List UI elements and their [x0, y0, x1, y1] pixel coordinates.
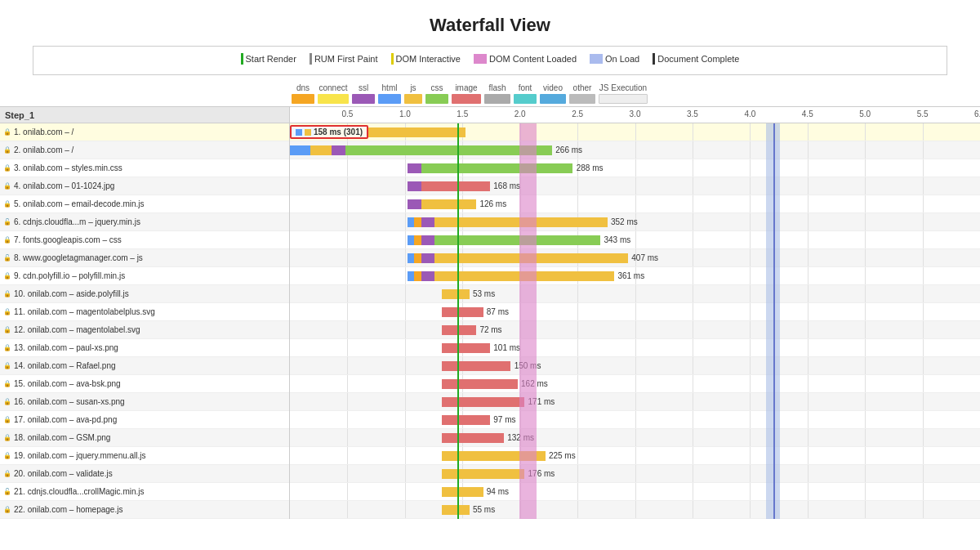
bar-row-17: 97 ms [290, 411, 980, 429]
bar-seg-8-3 [434, 253, 628, 263]
lock-icon-4: 🔒 [3, 182, 11, 190]
tick-5: 5.0 [859, 110, 871, 118]
legend-rum-label: RUM First Paint [314, 54, 378, 64]
bar-row-22: 55 ms [290, 501, 980, 519]
row-label-14: 14. onilab.com – Rafael.png [14, 361, 116, 370]
bar-rows-container: 158 ms (301)266 ms288 ms168 ms126 ms352 … [290, 123, 980, 519]
lock-icon-2: 🔒 [3, 146, 11, 154]
bar-seg-9-3 [434, 271, 614, 281]
lock-icon-6: 🔓 [3, 218, 11, 226]
row-label-6: 6. cdnjs.cloudfla...m – jquery.min.js [14, 217, 140, 226]
swatch-js-exec [599, 94, 648, 104]
bar-row-5: 126 ms [290, 195, 980, 213]
type-css: css [425, 83, 448, 92]
bar-seg-6-0 [408, 217, 414, 227]
bar-row-21: 94 ms [290, 483, 980, 501]
type-flash: flash [484, 83, 510, 92]
bar-label-22: 55 ms [473, 505, 495, 514]
row-name-22: 🔒22. onilab.com – homepage.js [0, 501, 289, 519]
row-name-10: 🔒10. onilab.com – aside.polyfill.js [0, 285, 289, 303]
bar-seg-8-2 [421, 253, 435, 263]
bar-seg-8-0 [408, 253, 414, 263]
bar-label-15: 162 ms [521, 379, 548, 388]
bar-seg-12-0 [442, 325, 476, 335]
bar-seg-2-1 [310, 145, 331, 155]
row-label-3: 3. onilab.com – styles.min.css [14, 163, 122, 172]
bar-seg-2-2 [332, 145, 345, 155]
type-html: html [378, 83, 401, 92]
bar-seg-10-0 [442, 289, 470, 299]
tick-2: 2.0 [514, 110, 526, 118]
swatch-font [514, 94, 537, 104]
lock-icon-16: 🔒 [3, 398, 11, 405]
bar-row-11: 87 ms [290, 303, 980, 321]
bar-row-13: 101 ms [290, 339, 980, 357]
bar-seg-14-0 [442, 361, 511, 371]
bar-row-7: 343 ms [290, 231, 980, 249]
legend-dom-content-label: DOM Content Loaded [489, 54, 577, 64]
type-dns: dns [292, 83, 314, 92]
bar-label-8: 407 ms [631, 253, 658, 262]
row-name-1: 🔒1. onilab.com – / [0, 123, 289, 141]
bar-label-10: 53 ms [473, 289, 495, 298]
legend-start-render: Start Render [234, 51, 303, 66]
bar-row-1: 158 ms (301) [290, 123, 980, 141]
row-name-19: 🔒19. onilab.com – jquery.mmenu.all.js [0, 447, 289, 465]
lock-icon-15: 🔒 [3, 380, 11, 387]
bar-seg-7-0 [408, 235, 414, 245]
tick-5.5: 5.5 [917, 110, 929, 118]
row-name-18: 🔒18. onilab.com – GSM.png [0, 429, 289, 447]
row-name-2: 🔒2. onilab.com – / [0, 141, 289, 159]
lock-icon-14: 🔒 [3, 362, 11, 369]
legend-start-render-label: Start Render [246, 54, 296, 64]
bar-seg-9-2 [421, 271, 435, 281]
lock-icon-1: 🔒 [3, 128, 11, 136]
row-label-10: 10. onilab.com – aside.polyfill.js [14, 289, 129, 298]
bar-seg-18-0 [442, 433, 504, 443]
swatch-flash [484, 94, 510, 104]
lock-icon-21: 🔓 [3, 488, 11, 495]
row-label-4: 4. onilab.com – 01-1024.jpg [14, 181, 114, 190]
bar-label-6: 352 ms [611, 217, 638, 226]
bar-label-14: 150 ms [514, 361, 541, 370]
lock-icon-11: 🔒 [3, 308, 11, 315]
bar-seg-5-0 [408, 199, 421, 209]
row-label-11: 11. onilab.com – magentolabelplus.svg [14, 307, 155, 316]
row-label-7: 7. fonts.googleapis.com – css [14, 235, 122, 244]
bar-label-9: 361 ms [617, 271, 644, 280]
bar-seg-5-1 [421, 199, 477, 209]
bar-seg-7-1 [414, 235, 421, 245]
row-label-17: 17. onilab.com – ava-pd.png [14, 415, 117, 424]
bar-seg-9-0 [408, 271, 414, 281]
row-name-13: 🔒13. onilab.com – paul-xs.png [0, 339, 289, 357]
bar-seg-4-1 [421, 181, 491, 191]
bar-seg-6-1 [414, 217, 421, 227]
row-label-18: 18. onilab.com – GSM.png [14, 433, 110, 442]
bar-label-3: 288 ms [577, 163, 604, 172]
row-label-8: 8. www.googletagmanager.com – js [14, 253, 143, 262]
row-name-8: 🔓8. www.googletagmanager.com – js [0, 249, 289, 267]
lock-icon-5: 🔒 [3, 200, 11, 208]
row-name-14: 🔒14. onilab.com – Rafael.png [0, 357, 289, 375]
legend-on-load-label: On Load [605, 54, 639, 64]
bar-label-7: 343 ms [604, 235, 630, 244]
type-ssl: ssl [352, 83, 375, 92]
swatch-js [404, 94, 422, 104]
bar-label-5: 126 ms [479, 199, 506, 208]
lock-icon-3: 🔒 [3, 164, 11, 172]
bar-seg-7-2 [421, 235, 435, 245]
legend-on-load: On Load [583, 52, 646, 65]
bar-row-2: 266 ms [290, 141, 980, 159]
bar-label-12: 72 ms [479, 325, 501, 334]
highlight-box-1: 158 ms (301) [290, 125, 368, 139]
row-label-20: 20. onilab.com – validate.js [14, 469, 113, 478]
name-rows: 🔒1. onilab.com – /🔒2. onilab.com – /🔒3. … [0, 123, 289, 519]
type-js: js [404, 83, 422, 92]
lock-icon-22: 🔒 [3, 506, 11, 513]
step-label: Step_1 [0, 107, 289, 123]
bar-seg-21-0 [442, 487, 483, 497]
row-label-16: 16. onilab.com – susan-xs.png [14, 397, 125, 406]
bar-row-14: 150 ms [290, 357, 980, 375]
bar-seg-7-3 [434, 235, 600, 245]
tick-6: 6.0 [974, 110, 980, 118]
